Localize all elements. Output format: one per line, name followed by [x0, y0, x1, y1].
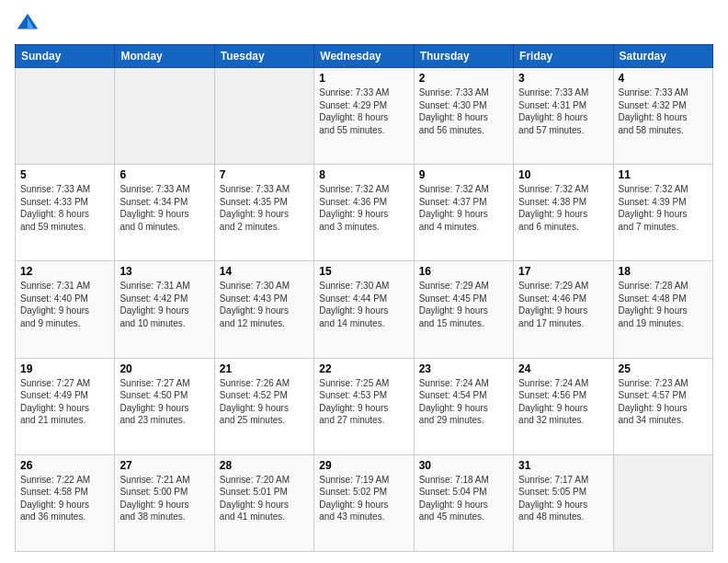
- day-number: 26: [20, 459, 109, 472]
- day-number: 24: [518, 362, 608, 375]
- day-info: Sunrise: 7:27 AM Sunset: 4:49 PM Dayligh…: [20, 377, 109, 427]
- day-info: Sunrise: 7:29 AM Sunset: 4:45 PM Dayligh…: [419, 280, 508, 329]
- day-number: 21: [220, 362, 309, 375]
- day-info: Sunrise: 7:24 AM Sunset: 4:56 PM Dayligh…: [518, 377, 608, 427]
- day-info: Sunrise: 7:23 AM Sunset: 4:57 PM Dayligh…: [619, 377, 708, 427]
- day-info: Sunrise: 7:33 AM Sunset: 4:33 PM Dayligh…: [20, 183, 109, 233]
- day-info: Sunrise: 7:21 AM Sunset: 5:00 PM Dayligh…: [119, 474, 209, 523]
- day-number: 2: [419, 72, 508, 85]
- day-number: 8: [319, 168, 408, 181]
- day-cell: 19Sunrise: 7:27 AM Sunset: 4:49 PM Dayli…: [16, 358, 115, 454]
- day-cell: 25Sunrise: 7:23 AM Sunset: 4:57 PM Dayli…: [613, 358, 712, 454]
- week-row-0: 1Sunrise: 7:33 AM Sunset: 4:29 PM Daylig…: [16, 68, 713, 165]
- day-info: Sunrise: 7:33 AM Sunset: 4:29 PM Dayligh…: [319, 86, 408, 136]
- day-number: 7: [220, 168, 309, 181]
- day-cell: 20Sunrise: 7:27 AM Sunset: 4:50 PM Dayli…: [115, 358, 214, 454]
- header-cell-friday: Friday: [514, 45, 613, 68]
- day-info: Sunrise: 7:29 AM Sunset: 4:46 PM Dayligh…: [518, 280, 608, 329]
- header-cell-wednesday: Wednesday: [314, 45, 414, 68]
- day-info: Sunrise: 7:28 AM Sunset: 4:48 PM Dayligh…: [619, 280, 708, 329]
- day-info: Sunrise: 7:18 AM Sunset: 5:04 PM Dayligh…: [419, 474, 508, 523]
- day-number: 4: [619, 72, 708, 85]
- calendar-table: SundayMondayTuesdayWednesdayThursdayFrid…: [15, 44, 713, 552]
- day-cell: 15Sunrise: 7:30 AM Sunset: 4:44 PM Dayli…: [314, 261, 414, 358]
- page: SundayMondayTuesdayWednesdayThursdayFrid…: [0, 0, 728, 563]
- day-cell: [16, 68, 115, 165]
- day-cell: 8Sunrise: 7:32 AM Sunset: 4:36 PM Daylig…: [314, 165, 414, 261]
- day-info: Sunrise: 7:32 AM Sunset: 4:38 PM Dayligh…: [518, 183, 608, 233]
- header-cell-saturday: Saturday: [613, 45, 712, 68]
- day-cell: 12Sunrise: 7:31 AM Sunset: 4:40 PM Dayli…: [16, 261, 115, 358]
- day-number: 27: [119, 459, 209, 472]
- day-info: Sunrise: 7:31 AM Sunset: 4:40 PM Dayligh…: [20, 280, 109, 329]
- day-info: Sunrise: 7:32 AM Sunset: 4:39 PM Dayligh…: [619, 183, 708, 233]
- logo-icon: [15, 11, 40, 37]
- day-number: 6: [119, 168, 209, 181]
- day-info: Sunrise: 7:33 AM Sunset: 4:32 PM Dayligh…: [619, 86, 708, 136]
- header-cell-monday: Monday: [115, 45, 214, 68]
- day-number: 18: [619, 265, 708, 278]
- week-row-2: 12Sunrise: 7:31 AM Sunset: 4:40 PM Dayli…: [16, 261, 713, 358]
- week-row-4: 26Sunrise: 7:22 AM Sunset: 4:58 PM Dayli…: [16, 454, 713, 551]
- day-cell: 4Sunrise: 7:33 AM Sunset: 4:32 PM Daylig…: [613, 68, 712, 165]
- day-number: 10: [518, 168, 608, 181]
- header-cell-sunday: Sunday: [16, 45, 115, 68]
- day-cell: 5Sunrise: 7:33 AM Sunset: 4:33 PM Daylig…: [16, 165, 115, 261]
- day-info: Sunrise: 7:24 AM Sunset: 4:54 PM Dayligh…: [419, 377, 508, 427]
- day-cell: 2Sunrise: 7:33 AM Sunset: 4:30 PM Daylig…: [414, 68, 513, 165]
- day-cell: 6Sunrise: 7:33 AM Sunset: 4:34 PM Daylig…: [115, 165, 214, 261]
- day-cell: 16Sunrise: 7:29 AM Sunset: 4:45 PM Dayli…: [414, 261, 513, 358]
- day-info: Sunrise: 7:30 AM Sunset: 4:44 PM Dayligh…: [319, 280, 408, 329]
- day-number: 16: [419, 265, 508, 278]
- day-number: 15: [319, 265, 408, 278]
- day-cell: 29Sunrise: 7:19 AM Sunset: 5:02 PM Dayli…: [314, 454, 414, 551]
- day-number: 31: [518, 459, 608, 472]
- day-cell: 9Sunrise: 7:32 AM Sunset: 4:37 PM Daylig…: [414, 165, 513, 261]
- header-row: SundayMondayTuesdayWednesdayThursdayFrid…: [16, 45, 713, 68]
- day-cell: 17Sunrise: 7:29 AM Sunset: 4:46 PM Dayli…: [514, 261, 613, 358]
- calendar-header: SundayMondayTuesdayWednesdayThursdayFrid…: [16, 45, 713, 68]
- day-cell: 26Sunrise: 7:22 AM Sunset: 4:58 PM Dayli…: [16, 454, 115, 551]
- day-cell: 1Sunrise: 7:33 AM Sunset: 4:29 PM Daylig…: [314, 68, 414, 165]
- day-number: 17: [518, 265, 608, 278]
- day-number: 5: [20, 168, 109, 181]
- day-number: 23: [419, 362, 508, 375]
- day-cell: 10Sunrise: 7:32 AM Sunset: 4:38 PM Dayli…: [514, 165, 613, 261]
- day-number: 28: [220, 459, 309, 472]
- day-cell: [613, 454, 712, 551]
- day-info: Sunrise: 7:33 AM Sunset: 4:31 PM Dayligh…: [518, 86, 608, 136]
- day-cell: 27Sunrise: 7:21 AM Sunset: 5:00 PM Dayli…: [115, 454, 214, 551]
- day-info: Sunrise: 7:17 AM Sunset: 5:05 PM Dayligh…: [518, 474, 608, 523]
- logo: [15, 11, 44, 37]
- day-info: Sunrise: 7:32 AM Sunset: 4:37 PM Dayligh…: [419, 183, 508, 233]
- day-number: 19: [20, 362, 109, 375]
- day-number: 11: [619, 168, 708, 181]
- day-cell: 31Sunrise: 7:17 AM Sunset: 5:05 PM Dayli…: [514, 454, 613, 551]
- header-cell-thursday: Thursday: [414, 45, 513, 68]
- day-cell: 13Sunrise: 7:31 AM Sunset: 4:42 PM Dayli…: [115, 261, 214, 358]
- day-number: 1: [319, 72, 408, 85]
- day-info: Sunrise: 7:33 AM Sunset: 4:30 PM Dayligh…: [419, 86, 508, 136]
- day-number: 3: [518, 72, 608, 85]
- day-number: 22: [319, 362, 408, 375]
- day-number: 12: [20, 265, 109, 278]
- day-info: Sunrise: 7:22 AM Sunset: 4:58 PM Dayligh…: [20, 474, 109, 523]
- day-number: 13: [119, 265, 209, 278]
- day-number: 20: [119, 362, 209, 375]
- day-number: 29: [319, 459, 408, 472]
- header: [15, 11, 713, 37]
- day-info: Sunrise: 7:30 AM Sunset: 4:43 PM Dayligh…: [220, 280, 309, 329]
- day-info: Sunrise: 7:26 AM Sunset: 4:52 PM Dayligh…: [220, 377, 309, 427]
- day-cell: 14Sunrise: 7:30 AM Sunset: 4:43 PM Dayli…: [214, 261, 313, 358]
- week-row-3: 19Sunrise: 7:27 AM Sunset: 4:49 PM Dayli…: [16, 358, 713, 454]
- day-info: Sunrise: 7:27 AM Sunset: 4:50 PM Dayligh…: [119, 377, 209, 427]
- day-cell: 22Sunrise: 7:25 AM Sunset: 4:53 PM Dayli…: [314, 358, 414, 454]
- day-number: 25: [619, 362, 708, 375]
- header-cell-tuesday: Tuesday: [214, 45, 313, 68]
- day-number: 9: [419, 168, 508, 181]
- day-cell: [115, 68, 214, 165]
- day-info: Sunrise: 7:33 AM Sunset: 4:35 PM Dayligh…: [220, 183, 309, 233]
- day-cell: 21Sunrise: 7:26 AM Sunset: 4:52 PM Dayli…: [214, 358, 313, 454]
- day-cell: 3Sunrise: 7:33 AM Sunset: 4:31 PM Daylig…: [514, 68, 613, 165]
- calendar-body: 1Sunrise: 7:33 AM Sunset: 4:29 PM Daylig…: [16, 68, 713, 552]
